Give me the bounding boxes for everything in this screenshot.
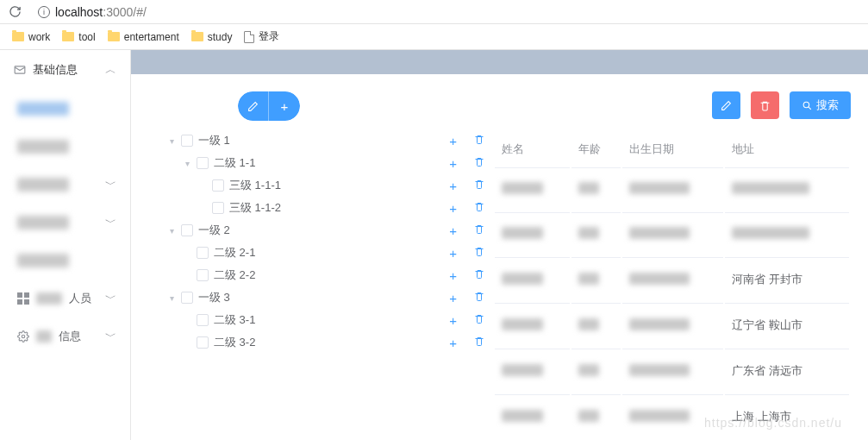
column-header[interactable]: 年龄 <box>571 133 621 166</box>
node-delete-icon[interactable] <box>474 201 484 215</box>
checkbox[interactable] <box>181 292 193 304</box>
cell-age <box>571 303 621 347</box>
bookmark-bar: work tool entertament study 登录 <box>0 24 868 50</box>
node-delete-icon[interactable] <box>474 179 484 192</box>
mail-icon <box>14 64 26 76</box>
node-delete-icon[interactable] <box>474 156 484 170</box>
node-delete-icon[interactable] <box>474 223 484 237</box>
node-add-icon[interactable]: + <box>449 179 457 193</box>
sidebar-group-label: 基础信息 <box>33 62 78 78</box>
sidebar-item[interactable]: ﹀ <box>0 166 130 204</box>
edit-button[interactable] <box>238 91 269 121</box>
table-row[interactable]: 河南省 开封市 <box>495 257 849 301</box>
cell-name <box>495 257 570 301</box>
sidebar-item[interactable]: 信息 ﹀ <box>0 317 130 355</box>
tree-node[interactable]: 二级 2-2+ <box>167 264 484 286</box>
cell-addr: 河南省 开封市 <box>725 257 849 301</box>
column-header[interactable]: 出生日期 <box>622 133 723 166</box>
cell-age <box>571 394 621 438</box>
sidebar: 基础信息 ︿ ﹀ ﹀ 人员 ﹀ 信息 ﹀ <box>0 50 131 440</box>
tree-caret-icon[interactable]: ▾ <box>167 293 176 303</box>
node-add-icon[interactable]: + <box>449 156 457 171</box>
node-add-icon[interactable]: + <box>449 223 457 238</box>
page-icon <box>244 31 254 43</box>
node-add-icon[interactable]: + <box>449 134 457 148</box>
tree-label: 二级 3-2 <box>214 335 484 350</box>
node-add-icon[interactable]: + <box>449 201 457 216</box>
checkbox[interactable] <box>197 247 209 259</box>
tree-node[interactable]: ▾一级 3+ <box>167 286 484 309</box>
checkbox[interactable] <box>197 269 209 281</box>
cell-addr: 辽宁省 鞍山市 <box>725 303 849 347</box>
grid-icon <box>17 292 29 305</box>
tree-label: 二级 2-1 <box>214 245 484 261</box>
bookmark-item[interactable]: work <box>12 31 50 43</box>
table-row[interactable]: 广东省 清远市 <box>495 349 849 393</box>
cell-addr <box>725 212 849 255</box>
table-row[interactable] <box>495 212 849 255</box>
cell-birth <box>622 349 723 393</box>
cell-birth <box>622 303 723 347</box>
bookmark-item[interactable]: tool <box>62 31 95 43</box>
checkbox[interactable] <box>197 336 209 349</box>
bookmark-item[interactable]: entertament <box>108 31 179 43</box>
url-port: :3000 <box>103 5 133 19</box>
column-header[interactable]: 姓名 <box>495 133 570 166</box>
node-add-icon[interactable]: + <box>449 291 457 305</box>
tree: ▾一级 1+▾二级 1-1+三级 1-1-1+三级 1-1-2+▾一级 2+二级… <box>167 129 484 354</box>
sidebar-item[interactable] <box>0 242 130 280</box>
tree-node[interactable]: 二级 2-1+ <box>167 242 484 264</box>
table-row[interactable] <box>495 167 849 211</box>
sidebar-item[interactable]: ﹀ <box>0 204 130 242</box>
checkbox[interactable] <box>197 157 209 169</box>
tree-label: 三级 1-1-2 <box>229 200 484 216</box>
checkbox[interactable] <box>181 135 193 147</box>
tree-node[interactable]: 二级 3-2+ <box>167 331 484 354</box>
tree-caret-icon[interactable]: ▾ <box>183 159 191 168</box>
tree-node[interactable]: ▾二级 1-1+ <box>167 152 484 174</box>
cell-name <box>495 212 570 255</box>
sidebar-item[interactable] <box>0 90 130 128</box>
tree-node[interactable]: 三级 1-1-1+ <box>167 174 484 197</box>
bookmark-item[interactable]: study <box>191 31 233 43</box>
tree-node[interactable]: 三级 1-1-2+ <box>167 197 484 219</box>
tree-node[interactable]: ▾一级 1+ <box>167 129 484 152</box>
svg-point-2 <box>803 102 809 108</box>
table-row[interactable]: 辽宁省 鞍山市 <box>495 303 849 347</box>
reload-icon[interactable] <box>7 4 22 20</box>
cell-name <box>495 349 570 393</box>
checkbox[interactable] <box>212 179 224 192</box>
checkbox[interactable] <box>212 202 224 214</box>
node-delete-icon[interactable] <box>474 291 484 305</box>
node-add-icon[interactable]: + <box>449 246 457 261</box>
add-button[interactable]: + <box>269 91 300 121</box>
sidebar-group-header[interactable]: 基础信息 ︿ <box>0 50 130 90</box>
node-delete-icon[interactable] <box>474 336 484 349</box>
tree-node[interactable]: ▾一级 2+ <box>167 219 484 242</box>
table-delete-button[interactable] <box>751 91 779 119</box>
node-delete-icon[interactable] <box>474 268 484 282</box>
checkbox[interactable] <box>181 224 193 236</box>
sidebar-item[interactable] <box>0 128 130 166</box>
tree-label: 一级 1 <box>198 133 484 148</box>
tree-label: 二级 1-1 <box>214 155 484 171</box>
table-edit-button[interactable] <box>712 91 740 119</box>
url-bar[interactable]: i localhost:3000/#/ <box>38 5 147 19</box>
bookmark-item[interactable]: 登录 <box>244 29 279 44</box>
search-button[interactable]: 搜索 <box>790 91 851 119</box>
checkbox[interactable] <box>197 314 209 326</box>
tree-caret-icon[interactable]: ▾ <box>167 136 176 146</box>
column-header[interactable]: 地址 <box>725 133 849 166</box>
node-add-icon[interactable]: + <box>449 268 457 283</box>
node-delete-icon[interactable] <box>474 313 484 327</box>
sidebar-item[interactable]: 人员 ﹀ <box>0 280 130 317</box>
tree-label: 三级 1-1-1 <box>229 178 484 193</box>
tree-node[interactable]: 二级 3-1+ <box>167 309 484 331</box>
node-add-icon[interactable]: + <box>449 313 457 328</box>
node-delete-icon[interactable] <box>474 134 484 148</box>
gear-icon <box>17 330 29 343</box>
node-add-icon[interactable]: + <box>449 336 457 350</box>
node-delete-icon[interactable] <box>474 246 484 260</box>
tree-label: 一级 3 <box>198 290 484 305</box>
tree-caret-icon[interactable]: ▾ <box>167 226 176 236</box>
